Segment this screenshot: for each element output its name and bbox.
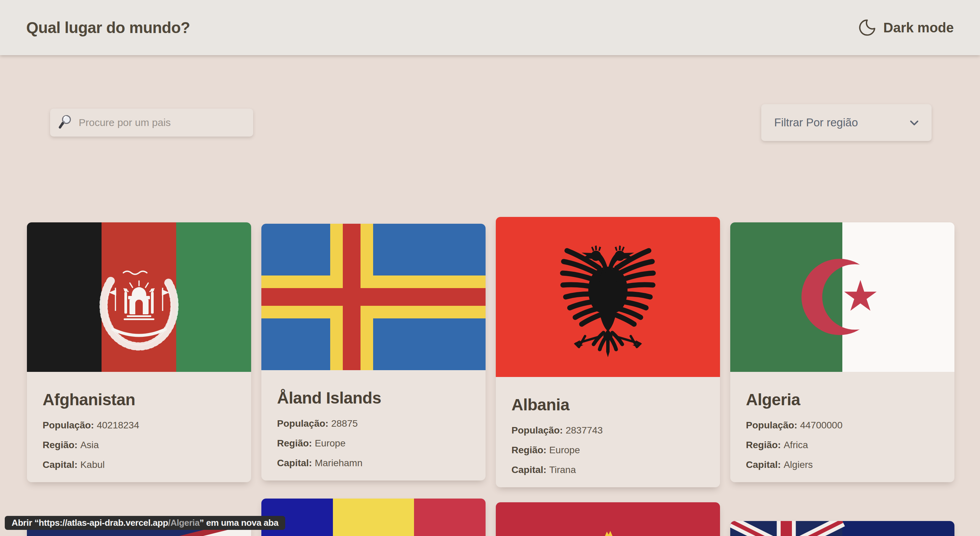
country-population: População:28875: [277, 418, 470, 429]
andorra-flag: [261, 498, 485, 536]
country-region: Região:Africa: [746, 439, 939, 450]
population-label: População:: [511, 425, 563, 436]
country-card-albania[interactable]: AlbaniaPopulação:2837743Região:EuropeCap…: [496, 217, 720, 487]
country-population: População:40218234: [43, 420, 235, 431]
capital-label: Capital:: [746, 459, 781, 470]
dark-mode-label: Dark mode: [883, 20, 954, 35]
capital-label: Capital:: [277, 458, 312, 468]
country-region: Região:Europe: [277, 438, 470, 449]
region-label: Região:: [511, 445, 547, 455]
country-card-afghanistan[interactable]: AfghanistanPopulação:40218234Região:Asia…: [27, 222, 251, 482]
country-card-algeria[interactable]: AlgeriaPopulação:44700000Região:AfricaCa…: [730, 222, 955, 482]
country-name: Åland Islands: [277, 389, 470, 407]
page-title: Qual lugar do mundo?: [26, 18, 190, 37]
country-region: Região:Asia: [43, 439, 235, 450]
country-region: Região:Europe: [511, 445, 704, 456]
country-name: Algeria: [746, 390, 939, 409]
search-icon: [57, 114, 73, 131]
country-capital: Capital:Kabul: [43, 459, 235, 470]
region-label: Região:: [746, 439, 781, 450]
country-name: Albania: [511, 395, 704, 414]
population-label: População:: [277, 418, 328, 429]
country-capital: Capital:Algiers: [746, 459, 939, 470]
country-card-andorra[interactable]: [261, 498, 485, 536]
country-population: População:44700000: [746, 420, 939, 431]
angola-flag: [496, 502, 720, 536]
capital-label: Capital:: [511, 465, 547, 475]
app-header: Qual lugar do mundo? Dark mode: [0, 0, 980, 55]
country-card-anguilla[interactable]: [730, 521, 955, 536]
population-value: 2837743: [566, 425, 603, 436]
region-label: Região:: [43, 439, 78, 450]
country-info: Åland IslandsPopulação:28875Região:Europ…: [261, 370, 485, 469]
country-info: AfghanistanPopulação:40218234Região:Asia…: [27, 372, 251, 470]
country-info: AlbaniaPopulação:2837743Região:EuropeCap…: [496, 377, 720, 476]
country-capital: Capital:Mariehamn: [277, 458, 470, 469]
population-label: População:: [746, 420, 797, 430]
moon-icon: [858, 18, 877, 37]
capital-value: Algiers: [784, 459, 813, 470]
chevron-down-icon: [910, 116, 919, 129]
population-value: 28875: [331, 418, 358, 429]
tooltip-text-after: ” em uma nova aba: [200, 518, 279, 528]
country-population: População:2837743: [511, 425, 704, 436]
country-name: Afghanistan: [43, 390, 235, 409]
anguilla-flag: [730, 521, 955, 536]
afghanistan-flag: [27, 222, 251, 372]
region-filter-dropdown[interactable]: Filtrar Por região: [761, 104, 932, 141]
app-page: Qual lugar do mundo? Dark mode Filtrar P…: [0, 0, 980, 536]
algeria-flag: [730, 222, 955, 372]
region-value: Europe: [549, 445, 580, 455]
country-capital: Capital:Tirana: [511, 465, 704, 476]
country-card-aland-islands[interactable]: Åland IslandsPopulação:28875Região:Europ…: [261, 224, 485, 480]
country-card-angola[interactable]: [496, 502, 720, 536]
population-value: 40218234: [97, 420, 139, 430]
albania-flag: [496, 217, 720, 377]
capital-value: Kabul: [80, 459, 105, 470]
region-value: Asia: [80, 439, 99, 450]
status-link-tooltip: Abrir “https://atlas-api-drab.vercel.app…: [5, 516, 285, 530]
capital-value: Tirana: [549, 465, 576, 475]
population-label: População:: [43, 420, 94, 430]
region-filter-label: Filtrar Por região: [774, 116, 858, 129]
population-value: 44700000: [800, 420, 843, 430]
country-info: AlgeriaPopulação:44700000Região:AfricaCa…: [730, 372, 955, 470]
aland-islands-flag: [261, 224, 485, 370]
region-value: Europe: [315, 438, 345, 449]
capital-label: Capital:: [43, 459, 78, 470]
search-input[interactable]: [78, 116, 246, 129]
region-label: Região:: [277, 438, 312, 449]
capital-value: Mariehamn: [315, 458, 363, 468]
dark-mode-toggle[interactable]: Dark mode: [858, 18, 954, 37]
tooltip-link-path: /Algeria: [168, 518, 199, 528]
tooltip-text-before: Abrir “https://atlas-api-drab.vercel.app: [11, 518, 168, 528]
region-value: Africa: [784, 439, 808, 450]
country-search: [50, 109, 253, 136]
